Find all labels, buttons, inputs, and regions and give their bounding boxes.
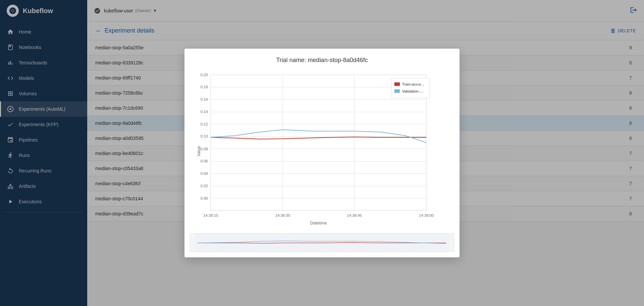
y-tick: 0.06 [201,159,208,163]
modal-dialog: Trial name: median-stop-8a0d46fc Value [184,49,460,257]
y-tick: 0.12 [201,122,208,126]
x-tick: 14:38:30 [275,213,290,217]
chart-wrapper: Value [190,68,454,229]
main-chart: Value [190,68,454,228]
legend-box [391,78,430,98]
x-tick: 14:38:45 [347,213,362,217]
y-tick: 0.00 [201,196,208,200]
y-tick: 0.10 [201,134,208,138]
y-tick: 0.16 [201,98,208,102]
x-axis-label: Datetime [310,221,327,225]
chart-container: Value [184,68,460,232]
y-tick: 0.20 [201,73,208,77]
mini-chart [190,233,454,252]
modal-overlay[interactable]: Trial name: median-stop-8a0d46fc Value [0,0,644,306]
y-tick: 0.14 [201,110,208,114]
x-tick: 14:39:00 [419,213,434,217]
y-tick: 0.02 [201,184,208,188]
modal-title: Trial name: median-stop-8a0d46fc [184,49,460,68]
legend-val-label: Validation-... [402,89,423,93]
legend-train-color [394,83,400,86]
legend-train-label: Train-accur... [402,82,424,86]
y-tick: 0.04 [201,171,208,175]
legend-val-color [394,89,400,93]
y-tick: 0.08 [201,147,208,151]
mini-selection [195,234,449,252]
x-tick: 14:38:15 [203,213,218,217]
mini-chart-svg [190,234,454,252]
y-tick: 0.18 [201,85,208,89]
